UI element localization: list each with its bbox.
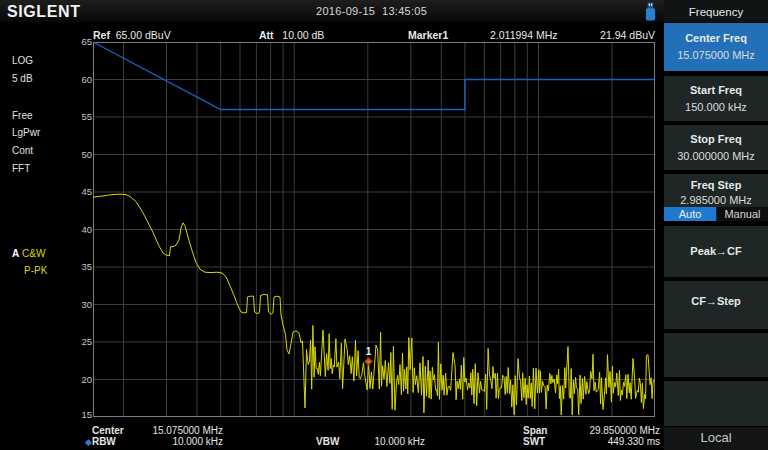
svg-text:1: 1 (366, 346, 372, 357)
